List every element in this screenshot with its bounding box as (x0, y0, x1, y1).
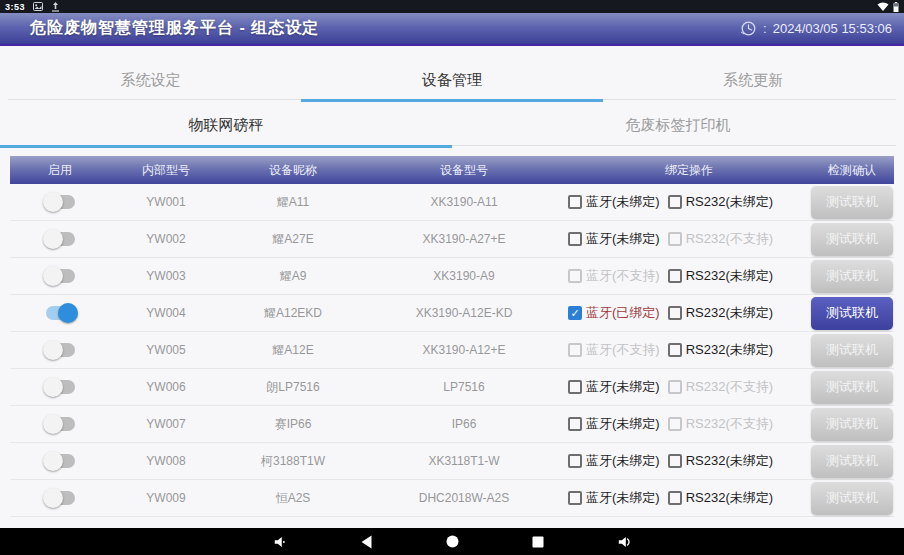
test-connect-button[interactable]: 测试联机 (811, 482, 893, 515)
bluetooth-checkbox[interactable] (568, 380, 582, 394)
tab-iot-scale[interactable]: 物联网磅秤 (0, 102, 452, 148)
back-icon[interactable] (358, 534, 374, 550)
enable-toggle[interactable] (43, 488, 78, 508)
enable-toggle[interactable] (43, 414, 78, 434)
bluetooth-label: 蓝牙(未绑定) (586, 489, 660, 507)
table-row: YW007 赛IP66 IP66 蓝牙(未绑定) RS232(不支持) 测试联机 (10, 406, 894, 443)
test-connect-button[interactable]: 测试联机 (811, 223, 893, 256)
device-nickname-text: 耀A12E (222, 342, 364, 359)
test-connect-button[interactable]: 测试联机 (811, 334, 893, 367)
rs232-checkbox[interactable] (668, 195, 682, 209)
enable-toggle[interactable] (43, 266, 78, 286)
bluetooth-option[interactable]: 蓝牙(未绑定) (568, 489, 660, 507)
bluetooth-label: 蓝牙(未绑定) (586, 193, 660, 211)
rs232-option[interactable]: RS232(未绑定) (668, 304, 773, 322)
rs232-option[interactable]: RS232(不支持) (668, 230, 773, 248)
volume-up-icon[interactable] (616, 534, 632, 550)
table-row: YW008 柯3188T1W XK3118T1-W 蓝牙(未绑定) RS232(… (10, 443, 894, 480)
tab-device-management[interactable]: 设备管理 (301, 58, 602, 102)
rs232-option[interactable]: RS232(未绑定) (668, 341, 773, 359)
clock-separator: : (763, 21, 767, 36)
enable-toggle[interactable] (43, 340, 78, 360)
rs232-checkbox[interactable] (668, 269, 682, 283)
rs232-checkbox[interactable] (668, 380, 682, 394)
test-connect-button[interactable]: 测试联机 (811, 260, 893, 293)
bluetooth-label: 蓝牙(已绑定) (586, 304, 660, 322)
bluetooth-checkbox[interactable] (568, 306, 582, 320)
device-model-text: XK3118T1-W (364, 454, 564, 468)
bluetooth-option[interactable]: 蓝牙(未绑定) (568, 415, 660, 433)
rs232-option[interactable]: RS232(未绑定) (668, 193, 773, 211)
test-connect-button[interactable]: 测试联机 (811, 408, 893, 441)
enable-toggle[interactable] (43, 229, 78, 249)
test-connect-button[interactable]: 测试联机 (811, 371, 893, 404)
enable-toggle[interactable] (43, 451, 78, 471)
tab-label-printer[interactable]: 危废标签打印机 (452, 102, 904, 148)
rs232-checkbox[interactable] (668, 232, 682, 246)
test-connect-button[interactable]: 测试联机 (811, 186, 893, 219)
rs232-option[interactable]: RS232(不支持) (668, 378, 773, 396)
bluetooth-checkbox[interactable] (568, 269, 582, 283)
bluetooth-checkbox[interactable] (568, 454, 582, 468)
rs232-checkbox[interactable] (668, 343, 682, 357)
toggle-thumb (43, 414, 63, 434)
header-internal-model: 内部型号 (110, 162, 222, 179)
rs232-label: RS232(未绑定) (686, 489, 773, 507)
toggle-thumb (43, 451, 63, 471)
status-time: 3:53 (5, 2, 25, 12)
rs232-label: RS232(未绑定) (686, 452, 773, 470)
bluetooth-checkbox[interactable] (568, 195, 582, 209)
enable-toggle[interactable] (43, 303, 78, 323)
rs232-option[interactable]: RS232(不支持) (668, 415, 773, 433)
enable-toggle[interactable] (43, 377, 78, 397)
rs232-label: RS232(不支持) (686, 230, 773, 248)
tab-system-settings[interactable]: 系统设定 (0, 58, 301, 102)
enable-toggle[interactable] (43, 192, 78, 212)
volume-down-icon[interactable] (272, 534, 288, 550)
datetime-text: 2024/03/05 15:53:06 (773, 21, 892, 36)
table-row: YW009 恒A2S DHC2018W-A2S 蓝牙(未绑定) RS232(未绑… (10, 480, 894, 517)
internal-model-text: YW004 (110, 306, 222, 320)
table-body: YW001 耀A11 XK3190-A11 蓝牙(未绑定) RS232(未绑定)… (10, 184, 894, 517)
bluetooth-option[interactable]: 蓝牙(未绑定) (568, 230, 660, 248)
internal-model-text: YW006 (110, 380, 222, 394)
main-tab-bar: 系统设定 设备管理 系统更新 (0, 58, 904, 102)
bluetooth-checkbox[interactable] (568, 232, 582, 246)
bluetooth-checkbox[interactable] (568, 343, 582, 357)
bluetooth-checkbox[interactable] (568, 491, 582, 505)
rs232-option[interactable]: RS232(未绑定) (668, 267, 773, 285)
bluetooth-checkbox[interactable] (568, 417, 582, 431)
device-nickname-text: 恒A2S (222, 490, 364, 507)
bluetooth-label: 蓝牙(不支持) (586, 341, 660, 359)
table-row: YW002 耀A27E XK3190-A27+E 蓝牙(未绑定) RS232(不… (10, 221, 894, 258)
test-connect-button[interactable]: 测试联机 (811, 445, 893, 478)
home-icon[interactable] (444, 534, 460, 550)
bluetooth-label: 蓝牙(未绑定) (586, 378, 660, 396)
bluetooth-option[interactable]: 蓝牙(未绑定) (568, 378, 660, 396)
bluetooth-option[interactable]: 蓝牙(不支持) (568, 341, 660, 359)
bluetooth-option[interactable]: 蓝牙(已绑定) (568, 304, 660, 322)
rs232-option[interactable]: RS232(未绑定) (668, 452, 773, 470)
rs232-checkbox[interactable] (668, 491, 682, 505)
device-model-text: LP7516 (364, 380, 564, 394)
recents-icon[interactable] (530, 534, 546, 550)
bluetooth-option[interactable]: 蓝牙(不支持) (568, 267, 660, 285)
device-model-text: DHC2018W-A2S (364, 491, 564, 505)
bluetooth-option[interactable]: 蓝牙(未绑定) (568, 452, 660, 470)
usb-upload-icon (51, 2, 60, 12)
toggle-thumb (43, 488, 63, 508)
header-check-confirm: 检测确认 (810, 162, 894, 179)
rs232-checkbox[interactable] (668, 454, 682, 468)
rs232-checkbox[interactable] (668, 417, 682, 431)
table-row: YW004 耀A12EKD XK3190-A12E-KD 蓝牙(已绑定) RS2… (10, 295, 894, 332)
test-connect-button[interactable]: 测试联机 (811, 297, 893, 330)
device-nickname-text: 朗LP7516 (222, 379, 364, 396)
toggle-thumb (58, 303, 78, 323)
rs232-checkbox[interactable] (668, 306, 682, 320)
internal-model-text: YW005 (110, 343, 222, 357)
rs232-option[interactable]: RS232(未绑定) (668, 489, 773, 507)
tab-system-update[interactable]: 系统更新 (603, 58, 904, 102)
bluetooth-option[interactable]: 蓝牙(未绑定) (568, 193, 660, 211)
toggle-thumb (43, 192, 63, 212)
device-model-text: XK3190-A9 (364, 269, 564, 283)
